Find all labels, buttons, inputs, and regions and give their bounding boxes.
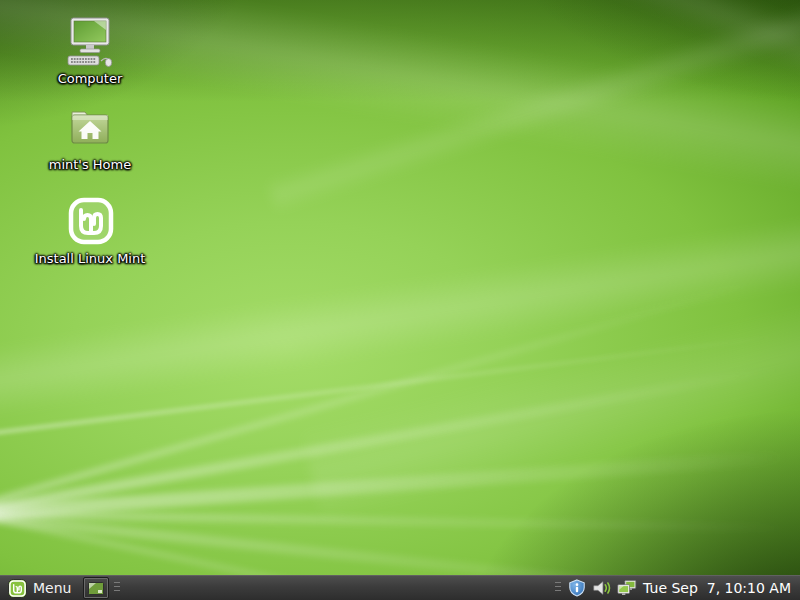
desktop-icon-label: mint's Home	[49, 158, 131, 172]
light-ray	[0, 320, 800, 436]
home-folder-icon	[64, 102, 116, 154]
mint-logo-icon	[64, 196, 116, 248]
light-streak	[266, 0, 800, 214]
menu-label: Menu	[33, 580, 71, 596]
light-ray	[0, 247, 800, 506]
light-streak	[300, 235, 800, 526]
update-manager-shield-icon[interactable]	[567, 578, 587, 598]
volume-icon[interactable]	[592, 578, 612, 598]
wallpaper	[0, 0, 800, 600]
taskbar: Menu	[0, 575, 800, 600]
light-ray	[0, 510, 800, 534]
tray-handle[interactable]	[555, 582, 562, 594]
window-list-handle[interactable]	[114, 582, 121, 594]
desktop-icon-install[interactable]: Install Linux Mint	[38, 196, 142, 266]
light-streak	[127, 0, 800, 175]
network-icon[interactable]	[617, 578, 637, 598]
mint-menu-icon	[8, 579, 27, 598]
clock[interactable]: Tue Sep 7, 10:10 AM	[643, 580, 791, 596]
show-desktop-button[interactable]	[83, 577, 109, 599]
light-ray	[0, 442, 800, 520]
computer-icon	[64, 16, 116, 68]
light-ray	[0, 344, 800, 514]
desktop-icon-computer[interactable]: Computer	[38, 16, 142, 86]
show-desktop-icon	[88, 582, 104, 595]
desktop-icon-label: Install Linux Mint	[35, 252, 146, 266]
desktop-icon-home[interactable]: mint's Home	[38, 102, 142, 172]
menu-button[interactable]: Menu	[5, 576, 77, 600]
desktop-icon-label: Computer	[58, 72, 123, 86]
system-tray	[567, 578, 637, 598]
